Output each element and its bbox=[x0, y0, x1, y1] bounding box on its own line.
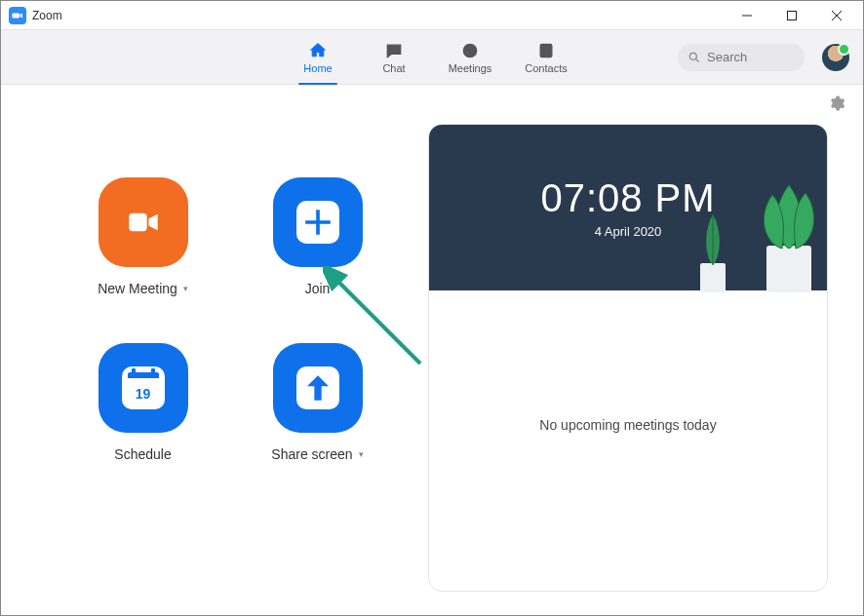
window-title: Zoom bbox=[32, 9, 62, 22]
zoom-app-icon bbox=[9, 7, 26, 24]
schedule-button[interactable]: 19 bbox=[98, 343, 188, 433]
window-close-button[interactable] bbox=[814, 1, 859, 30]
clock-icon bbox=[460, 41, 480, 60]
hero-banner: 07:08 PM 4 April 2020 bbox=[429, 125, 827, 290]
plant-decoration-icon bbox=[735, 156, 828, 292]
svg-rect-9 bbox=[129, 213, 146, 231]
nav-tab-label: Meetings bbox=[449, 62, 492, 74]
nav-tab-label: Chat bbox=[382, 62, 405, 74]
user-avatar[interactable] bbox=[822, 44, 849, 71]
svg-point-6 bbox=[544, 47, 548, 51]
empty-state-text: No upcoming meetings today bbox=[429, 417, 827, 433]
nav-tab-label: Contacts bbox=[525, 62, 567, 74]
calendar-day-number: 19 bbox=[136, 386, 151, 402]
window-minimize-button[interactable] bbox=[725, 1, 769, 30]
content-area: New Meeting ▾ Join 19 bbox=[1, 85, 863, 615]
nav-tab-meetings[interactable]: Meetings bbox=[443, 30, 497, 85]
svg-rect-10 bbox=[700, 263, 726, 292]
svg-line-8 bbox=[696, 58, 699, 61]
contacts-icon bbox=[536, 41, 556, 60]
action-new-meeting: New Meeting ▾ bbox=[69, 177, 216, 296]
main-navbar: Home Chat Meetings Contacts bbox=[1, 30, 863, 85]
video-icon bbox=[122, 201, 165, 244]
share-screen-button[interactable] bbox=[273, 343, 363, 433]
action-label-row[interactable]: Share screen ▾ bbox=[271, 446, 363, 462]
svg-rect-11 bbox=[766, 246, 811, 292]
chevron-down-icon: ▾ bbox=[183, 284, 188, 293]
settings-button[interactable] bbox=[828, 95, 845, 116]
plus-icon bbox=[296, 201, 339, 244]
chat-icon bbox=[384, 41, 404, 60]
window-maximize-button[interactable] bbox=[769, 1, 814, 30]
titlebar: Zoom bbox=[1, 1, 863, 30]
action-label-row: Schedule bbox=[114, 446, 171, 462]
action-label-row[interactable]: New Meeting ▾ bbox=[98, 281, 188, 296]
nav-tab-home[interactable]: Home bbox=[291, 30, 345, 85]
action-label: Share screen bbox=[271, 446, 352, 462]
search-icon bbox=[687, 51, 701, 64]
plant-decoration-icon bbox=[683, 205, 741, 292]
action-label: Join bbox=[305, 281, 331, 296]
action-label: Schedule bbox=[114, 446, 171, 462]
search-input[interactable] bbox=[707, 50, 795, 64]
action-share-screen: Share screen ▾ bbox=[244, 343, 391, 462]
nav-tab-contacts[interactable]: Contacts bbox=[519, 30, 573, 85]
action-schedule: 19 Schedule bbox=[69, 343, 216, 462]
new-meeting-button[interactable] bbox=[98, 177, 188, 267]
chevron-down-icon: ▾ bbox=[359, 449, 364, 459]
nav-tab-label: Home bbox=[303, 62, 332, 74]
svg-point-7 bbox=[689, 53, 696, 59]
svg-rect-1 bbox=[788, 11, 797, 19]
home-icon bbox=[308, 41, 328, 60]
action-label-row: Join bbox=[305, 281, 331, 296]
nav-tab-chat[interactable]: Chat bbox=[367, 30, 421, 85]
upcoming-panel: 07:08 PM 4 April 2020 No upcoming meetin… bbox=[428, 124, 828, 592]
calendar-icon: 19 bbox=[122, 366, 165, 409]
action-join: Join bbox=[244, 177, 391, 296]
arrow-up-icon bbox=[296, 366, 339, 409]
join-button[interactable] bbox=[273, 177, 363, 267]
action-label: New Meeting bbox=[98, 281, 177, 296]
quick-actions-panel: New Meeting ▾ Join 19 bbox=[69, 177, 391, 462]
search-box[interactable] bbox=[678, 44, 805, 71]
current-date: 4 April 2020 bbox=[595, 224, 662, 239]
